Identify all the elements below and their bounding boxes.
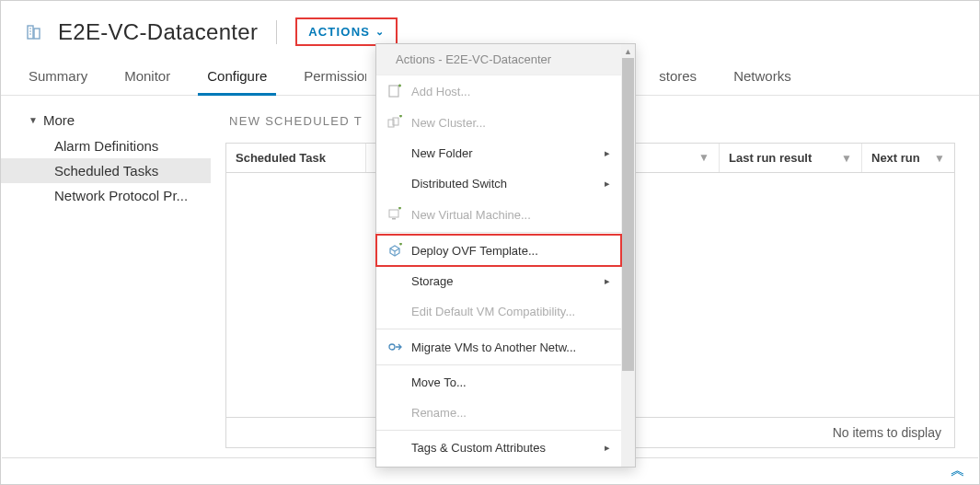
menu-item-migrate-vms[interactable]: Migrate VMs to Another Netw... <box>376 331 621 363</box>
menu-item-storage[interactable]: Storage <box>376 266 621 296</box>
svg-rect-11 <box>392 218 396 220</box>
menu-divider <box>376 232 621 233</box>
filter-icon[interactable]: ▼ <box>689 144 719 171</box>
menu-item-label: Move To... <box>411 375 610 389</box>
actions-menu: Actions - E2E-VC-Datacenter Add Host... … <box>375 43 636 468</box>
tab-monitor[interactable]: Monitor <box>122 59 172 95</box>
menu-scrollbar[interactable]: ▲ <box>621 44 635 467</box>
menu-item-new-cluster[interactable]: New Cluster... <box>376 107 621 138</box>
sidebar-item-network-protocol[interactable]: Network Protocol Pr... <box>1 183 211 208</box>
menu-item-tags[interactable]: Tags & Custom Attributes <box>376 433 621 463</box>
menu-item-label: New Cluster... <box>411 116 610 130</box>
datacenter-icon <box>27 23 45 41</box>
menu-item-edit-compat[interactable]: Edit Default VM Compatibility... <box>376 296 621 327</box>
menu-item-label: New Folder <box>411 146 610 160</box>
menu-item-move-to[interactable]: Move To... <box>376 367 621 398</box>
double-chevron-up-icon[interactable]: ︽ <box>951 461 965 480</box>
svg-rect-10 <box>389 210 398 217</box>
menu-item-rename[interactable]: Rename... <box>376 398 621 428</box>
svg-rect-1 <box>34 29 40 39</box>
tab-summary[interactable]: Summary <box>27 59 89 95</box>
chevron-down-icon: ⌄ <box>375 26 385 38</box>
menu-item-label: Deploy OVF Template... <box>411 244 610 258</box>
scroll-up-icon[interactable]: ▲ <box>621 44 635 58</box>
filter-icon[interactable]: ▼ <box>934 152 945 165</box>
column-next-run[interactable]: Next run ▼ <box>862 144 954 172</box>
menu-item-label: Migrate VMs to Another Netw... <box>411 341 610 354</box>
column-label: Scheduled Task <box>236 151 326 165</box>
filter-icon[interactable]: ▼ <box>841 152 852 165</box>
svg-rect-0 <box>28 26 33 39</box>
tab-permissions[interactable]: Permissions <box>302 59 366 95</box>
migrate-icon <box>387 340 402 354</box>
tab-configure[interactable]: Configure <box>205 59 269 95</box>
cluster-icon <box>387 115 402 130</box>
caret-down-icon: ▼ <box>29 115 38 125</box>
sidebar-item-scheduled-tasks[interactable]: Scheduled Tasks <box>1 158 211 183</box>
svg-rect-7 <box>389 86 398 97</box>
column-label: Last run result <box>729 151 812 165</box>
scroll-thumb[interactable] <box>622 58 634 371</box>
column-scheduled-task[interactable]: Scheduled Task <box>226 144 366 172</box>
ovf-icon <box>387 243 402 258</box>
sidebar-item-alarm-definitions[interactable]: Alarm Definitions <box>1 133 211 158</box>
menu-divider <box>376 329 621 329</box>
menu-item-label: Rename... <box>411 406 610 420</box>
sidebar-group-label: More <box>43 112 75 128</box>
menu-item-deploy-ovf[interactable]: Deploy OVF Template... <box>376 235 621 266</box>
menu-item-label: Distributed Switch <box>411 177 610 191</box>
actions-menu-header-label: Actions - E2E-VC-Datacenter <box>396 52 551 66</box>
menu-item-label: Storage <box>411 274 610 288</box>
menu-item-label: Edit Default VM Compatibility... <box>411 305 610 318</box>
header-divider <box>276 20 277 44</box>
sidebar: ▼ More Alarm Definitions Scheduled Tasks… <box>1 96 211 456</box>
sidebar-group-more[interactable]: ▼ More <box>1 107 211 133</box>
page-title: E2E-VC-Datacenter <box>58 19 258 45</box>
menu-item-label: Tags & Custom Attributes <box>411 441 610 455</box>
menu-item-label: New Virtual Machine... <box>411 208 610 222</box>
menu-item-label: Add Host... <box>411 85 610 98</box>
tab-networks[interactable]: Networks <box>732 59 793 95</box>
actions-button[interactable]: ACTIONS ⌄ <box>295 17 398 46</box>
host-add-icon <box>387 84 402 98</box>
actions-menu-header: Actions - E2E-VC-Datacenter <box>376 44 621 75</box>
menu-divider <box>376 430 621 431</box>
svg-point-12 <box>389 344 395 350</box>
tab-datastores[interactable]: stores <box>657 59 698 95</box>
menu-item-new-folder[interactable]: New Folder <box>376 138 621 168</box>
column-last-run-result[interactable]: Last run result ▼ <box>720 144 862 172</box>
menu-item-distributed-switch[interactable]: Distributed Switch <box>376 168 621 199</box>
menu-divider <box>376 364 621 365</box>
menu-item-add-host[interactable]: Add Host... <box>376 75 621 107</box>
vm-add-icon <box>387 207 402 222</box>
column-label: Next run <box>871 151 920 165</box>
actions-button-label: ACTIONS <box>308 25 370 39</box>
menu-item-new-vm[interactable]: New Virtual Machine... <box>376 199 621 230</box>
